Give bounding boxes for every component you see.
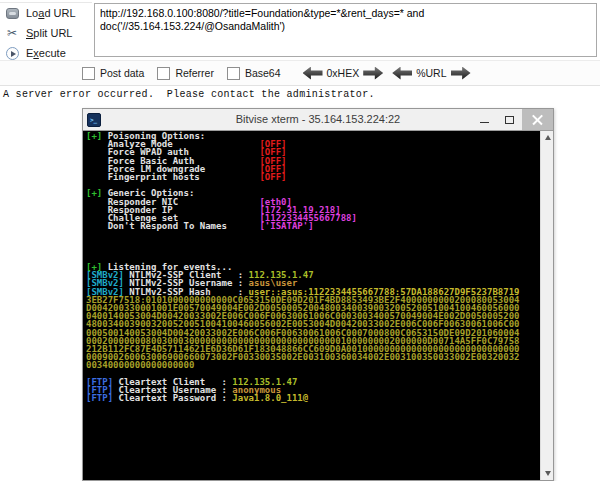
url-encoder-group: %URL — [392, 67, 470, 80]
split-url-button[interactable]: Split URL — [0, 23, 92, 43]
terminal-line — [86, 238, 539, 246]
referrer-checkbox-group: Referrer — [157, 67, 214, 80]
url-input[interactable]: http://192.168.0.100:8080/?title=Foundat… — [94, 3, 597, 57]
url-decode-arrow-button[interactable] — [392, 67, 412, 80]
terminal-line: Fingerprint hosts [OFF] — [86, 173, 539, 181]
terminal-line: [FTP] Cleartext Password : Java1.8.0_111… — [86, 394, 539, 402]
load-url-label: Load URL — [26, 7, 76, 19]
maximize-icon — [505, 116, 514, 124]
hackbar-panel: Load URLSplit URLExecute http://192.168.… — [0, 0, 600, 86]
referrer-label: Referrer — [175, 67, 214, 79]
referrer-checkbox[interactable] — [157, 67, 170, 80]
url-encode-arrow-button[interactable] — [451, 67, 471, 80]
terminal-output: [+] Poisoning Options: Analyze Mode [OFF… — [86, 132, 539, 402]
minimize-icon — [480, 122, 489, 123]
load-url-button[interactable]: Load URL — [0, 3, 92, 23]
base64-checkbox-group: Base64 — [227, 67, 281, 80]
base64-label: Base64 — [245, 67, 281, 79]
url-encoder-label: %URL — [416, 67, 446, 79]
scroll-down-icon — [545, 471, 551, 476]
terminal-line: Don't Respond To Names ['ISATAP'] — [86, 222, 539, 230]
hex-encoder-group: 0xHEX — [303, 67, 384, 80]
post-data-checkbox-group: Post data — [82, 67, 144, 80]
terminal-scrollbar[interactable] — [540, 131, 553, 480]
hex-decode-arrow-button[interactable] — [303, 67, 323, 80]
bitvise-xterm-window: Bitvise xterm - 35.164.153.224:22 [+] Po… — [82, 108, 554, 481]
scroll-down-button[interactable] — [541, 467, 554, 480]
globe-icon — [4, 5, 20, 21]
split-url-label: Split URL — [26, 27, 72, 39]
post-data-label: Post data — [100, 67, 144, 79]
minimize-button[interactable] — [471, 109, 497, 130]
scroll-up-icon — [545, 135, 551, 140]
close-icon — [532, 114, 543, 125]
hex-encoder-label: 0xHEX — [327, 67, 360, 79]
server-error-message: A server error occurred. Please contact … — [3, 89, 375, 100]
terminal-line — [86, 247, 539, 255]
play-icon — [4, 45, 20, 61]
terminal-line — [86, 230, 539, 238]
hackbar-toolbar: Load URLSplit URLExecute — [0, 2, 92, 63]
scissors-icon — [4, 25, 20, 41]
url-input-wrap: http://192.168.0.100:8080/?title=Foundat… — [94, 3, 597, 57]
maximize-button[interactable] — [497, 109, 522, 130]
options-row: Post dataReferrerBase640xHEX%URL — [0, 60, 600, 86]
execute-label: Execute — [26, 47, 66, 59]
scroll-up-button[interactable] — [541, 131, 554, 144]
window-title-bar[interactable]: Bitvise xterm - 35.164.153.224:22 — [83, 109, 553, 131]
close-button[interactable] — [522, 109, 553, 130]
hex-encode-arrow-button[interactable] — [363, 67, 383, 80]
terminal-body: [+] Poisoning Options: Analyze Mode [OFF… — [83, 131, 553, 480]
terminal-line: 00340000000000000000 — [86, 361, 539, 369]
base64-checkbox[interactable] — [227, 67, 240, 80]
post-data-checkbox[interactable] — [82, 67, 95, 80]
